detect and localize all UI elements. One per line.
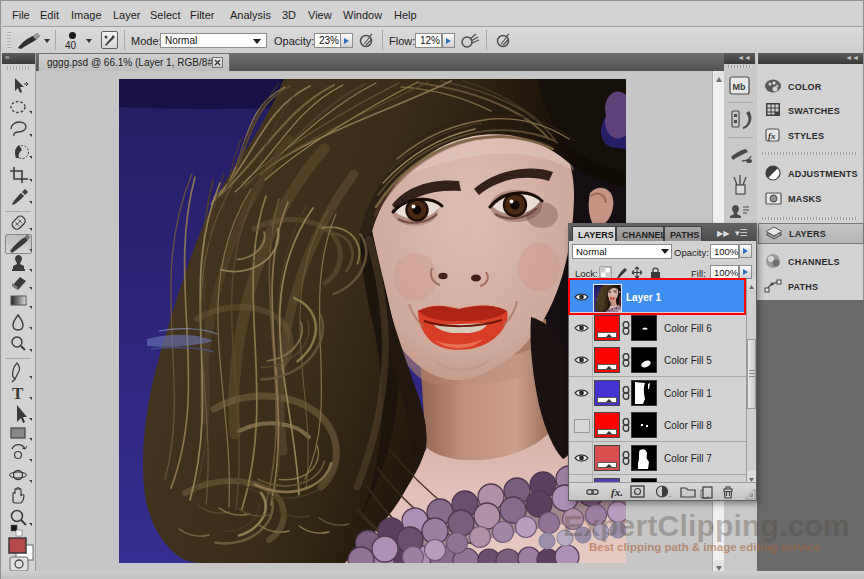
svg-text:.: .	[669, 490, 671, 499]
svg-text:fx.: fx.	[611, 486, 623, 498]
svg-text:fx: fx	[768, 131, 776, 141]
svg-text:T: T	[12, 384, 24, 403]
svg-text:Mb: Mb	[733, 82, 746, 92]
